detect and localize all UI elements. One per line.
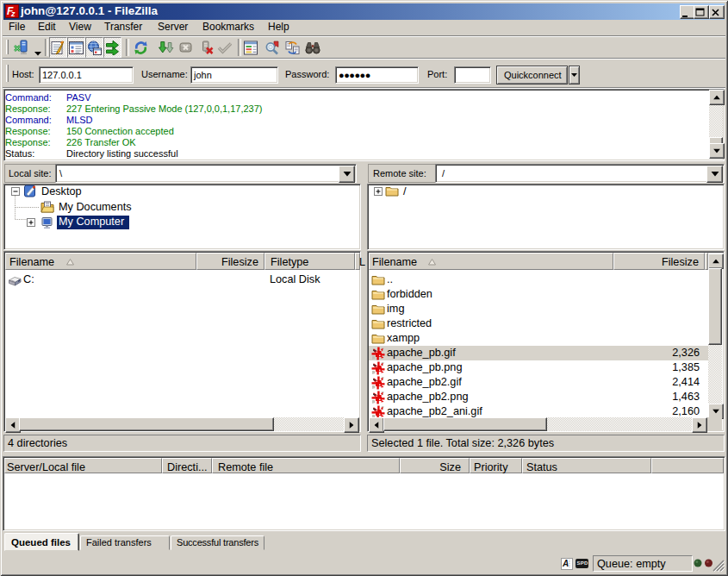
svg-text:z: z	[10, 9, 16, 17]
